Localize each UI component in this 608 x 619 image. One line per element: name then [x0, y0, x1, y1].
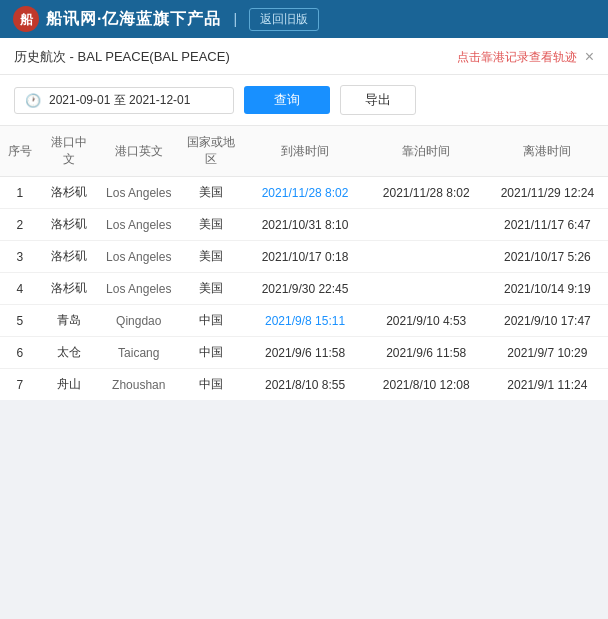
- cell-country: 美国: [178, 241, 244, 273]
- header-divider: |: [233, 11, 237, 27]
- table-wrap: 序号 港口中文 港口英文 国家或地区 到港时间 靠泊时间 离港时间 1 洛杉矶 …: [0, 126, 608, 400]
- cell-seq: 1: [0, 177, 40, 209]
- cell-port-cn: 舟山: [40, 369, 99, 401]
- cell-berth: [366, 273, 487, 305]
- close-button[interactable]: ×: [585, 49, 594, 65]
- col-header-country: 国家或地区: [178, 126, 244, 177]
- cell-seq: 7: [0, 369, 40, 401]
- cell-country: 中国: [178, 369, 244, 401]
- page-title: 历史航次 - BAL PEACE(BAL PEACE): [14, 48, 230, 66]
- cell-seq: 3: [0, 241, 40, 273]
- table-row: 3 洛杉矶 Los Angeles 美国 2021/10/17 0:18 202…: [0, 241, 608, 273]
- toolbar: 历史航次 - BAL PEACE(BAL PEACE) 点击靠港记录查看轨迹 ×: [0, 38, 608, 75]
- table-row: 4 洛杉矶 Los Angeles 美国 2021/9/30 22:45 202…: [0, 273, 608, 305]
- cell-depart: 2021/9/1 11:24: [487, 369, 608, 401]
- date-range-text: 2021-09-01 至 2021-12-01: [49, 92, 190, 109]
- cell-depart: 2021/10/14 9:19: [487, 273, 608, 305]
- cell-depart: 2021/9/7 10:29: [487, 337, 608, 369]
- cell-berth: [366, 209, 487, 241]
- history-table: 序号 港口中文 港口英文 国家或地区 到港时间 靠泊时间 离港时间 1 洛杉矶 …: [0, 126, 608, 400]
- cell-country: 美国: [178, 209, 244, 241]
- cell-arrive: 2021/10/17 0:18: [244, 241, 365, 273]
- cell-depart: 2021/10/17 5:26: [487, 241, 608, 273]
- cell-seq: 5: [0, 305, 40, 337]
- cell-arrive: 2021/10/31 8:10: [244, 209, 365, 241]
- cell-arrive: 2021/9/6 11:58: [244, 337, 365, 369]
- cell-port-en: Los Angeles: [99, 241, 178, 273]
- site-name: 船讯网·亿海蓝旗下产品: [46, 9, 221, 30]
- query-button[interactable]: 查询: [244, 86, 330, 114]
- table-container: 序号 港口中文 港口英文 国家或地区 到港时间 靠泊时间 离港时间 1 洛杉矶 …: [0, 126, 608, 400]
- col-header-depart: 离港时间: [487, 126, 608, 177]
- cell-port-cn: 洛杉矶: [40, 177, 99, 209]
- table-row: 7 舟山 Zhoushan 中国 2021/8/10 8:55 2021/8/1…: [0, 369, 608, 401]
- cell-berth: 2021/11/28 8:02: [366, 177, 487, 209]
- cell-berth: 2021/9/10 4:53: [366, 305, 487, 337]
- cell-arrive: 2021/11/28 8:02: [244, 177, 365, 209]
- col-header-port-cn: 港口中文: [40, 126, 99, 177]
- cell-depart: 2021/11/17 6:47: [487, 209, 608, 241]
- col-header-port-en: 港口英文: [99, 126, 178, 177]
- logo-icon: 船: [12, 5, 40, 33]
- cell-seq: 6: [0, 337, 40, 369]
- track-link[interactable]: 点击靠港记录查看轨迹: [457, 49, 577, 66]
- main-content: 历史航次 - BAL PEACE(BAL PEACE) 点击靠港记录查看轨迹 ×…: [0, 38, 608, 400]
- table-row: 1 洛杉矶 Los Angeles 美国 2021/11/28 8:02 202…: [0, 177, 608, 209]
- cell-seq: 4: [0, 273, 40, 305]
- cell-port-cn: 青岛: [40, 305, 99, 337]
- search-bar: 🕐 2021-09-01 至 2021-12-01 查询 导出: [0, 75, 608, 126]
- cell-country: 中国: [178, 337, 244, 369]
- cell-port-en: Zhoushan: [99, 369, 178, 401]
- cell-berth: [366, 241, 487, 273]
- toolbar-right: 点击靠港记录查看轨迹 ×: [457, 49, 594, 66]
- cell-country: 美国: [178, 273, 244, 305]
- cell-port-en: Los Angeles: [99, 209, 178, 241]
- old-version-button[interactable]: 返回旧版: [249, 8, 319, 31]
- col-header-arrive: 到港时间: [244, 126, 365, 177]
- cell-arrive: 2021/8/10 8:55: [244, 369, 365, 401]
- cell-arrive: 2021/9/30 22:45: [244, 273, 365, 305]
- cell-seq: 2: [0, 209, 40, 241]
- cell-port-cn: 太仓: [40, 337, 99, 369]
- cell-port-en: Los Angeles: [99, 177, 178, 209]
- cell-arrive: 2021/9/8 15:11: [244, 305, 365, 337]
- table-row: 6 太仓 Taicang 中国 2021/9/6 11:58 2021/9/6 …: [0, 337, 608, 369]
- date-range-input[interactable]: 🕐 2021-09-01 至 2021-12-01: [14, 87, 234, 114]
- cell-port-cn: 洛杉矶: [40, 241, 99, 273]
- svg-text:船: 船: [19, 12, 34, 27]
- table-header-row: 序号 港口中文 港口英文 国家或地区 到港时间 靠泊时间 离港时间: [0, 126, 608, 177]
- cell-depart: 2021/9/10 17:47: [487, 305, 608, 337]
- logo: 船 船讯网·亿海蓝旗下产品: [12, 5, 221, 33]
- cell-port-cn: 洛杉矶: [40, 273, 99, 305]
- cell-berth: 2021/9/6 11:58: [366, 337, 487, 369]
- calendar-icon: 🕐: [25, 93, 41, 108]
- cell-port-cn: 洛杉矶: [40, 209, 99, 241]
- col-header-seq: 序号: [0, 126, 40, 177]
- cell-port-en: Taicang: [99, 337, 178, 369]
- col-header-berth: 靠泊时间: [366, 126, 487, 177]
- cell-port-en: Los Angeles: [99, 273, 178, 305]
- cell-country: 中国: [178, 305, 244, 337]
- cell-berth: 2021/8/10 12:08: [366, 369, 487, 401]
- export-button[interactable]: 导出: [340, 85, 416, 115]
- cell-depart: 2021/11/29 12:24: [487, 177, 608, 209]
- cell-country: 美国: [178, 177, 244, 209]
- table-row: 2 洛杉矶 Los Angeles 美国 2021/10/31 8:10 202…: [0, 209, 608, 241]
- table-row: 5 青岛 Qingdao 中国 2021/9/8 15:11 2021/9/10…: [0, 305, 608, 337]
- cell-port-en: Qingdao: [99, 305, 178, 337]
- app-header: 船 船讯网·亿海蓝旗下产品 | 返回旧版: [0, 0, 608, 38]
